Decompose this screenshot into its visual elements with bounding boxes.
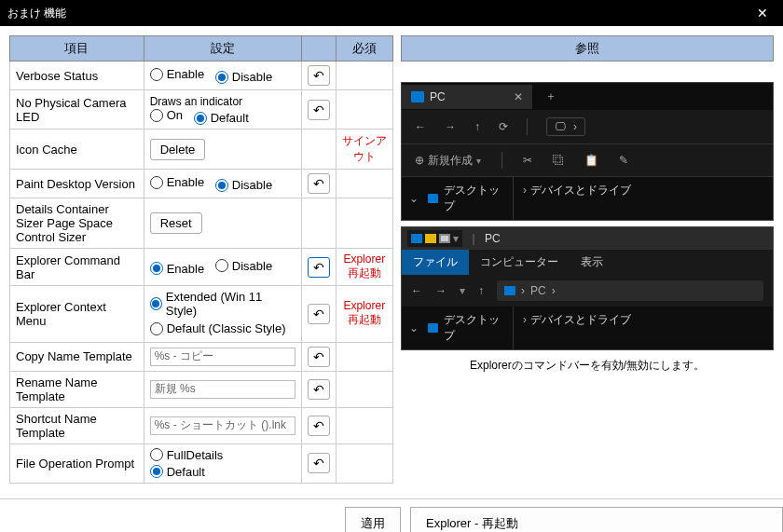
row-ctxmenu-label: Explorer Context Menu [10, 286, 144, 343]
up-icon: ↑ [478, 284, 484, 297]
chevron-down-icon: ▾ [460, 284, 465, 297]
row-renametpl-label: Rename Name Template [10, 371, 144, 407]
window-icon [439, 234, 450, 243]
undo-icon: ↶ [313, 456, 324, 471]
renametpl-undo-button[interactable]: ↶ [308, 379, 330, 400]
verbose-undo-button[interactable]: ↶ [308, 65, 330, 86]
iconcache-delete-button[interactable]: Delete [150, 139, 206, 160]
explorer-preview-classic: ▾ ｜ PC ファイル コンピューター 表示 ← → ▾ ↑ ›PC› ⌄デスク… [401, 226, 774, 350]
paintver-undo-button[interactable]: ↶ [308, 173, 330, 194]
undo-icon: ↶ [313, 68, 324, 83]
col-required: 必須 [336, 36, 392, 61]
cmdbar-required: Explorer 再起動 [336, 249, 392, 286]
copy-icon: ⿻ [553, 154, 564, 167]
fileop-full-radio[interactable]: FullDetails [150, 448, 224, 462]
undo-icon: ↶ [313, 418, 324, 433]
paintver-enable-radio[interactable]: Enable [150, 175, 204, 189]
undo-icon: ↶ [313, 382, 324, 397]
settings-table: 項目 設定 必須 Verbose Status Enable Disable ↶… [9, 35, 393, 484]
shortcuttpl-undo-button[interactable]: ↶ [308, 416, 330, 436]
cmdbar-disable-radio[interactable]: Disable [215, 259, 272, 273]
chevron-right-icon: › [552, 284, 556, 297]
camled-undo-button[interactable]: ↶ [308, 100, 330, 120]
monitor-icon: 🖵 [555, 120, 566, 133]
tab-close-icon: ✕ [514, 90, 523, 103]
row-paintver-label: Paint Desktop Version [10, 170, 144, 198]
paste-icon: 📋 [584, 154, 598, 167]
pc-icon [411, 91, 424, 102]
folder-icon [425, 234, 436, 243]
iconcache-required: サインアウト [336, 130, 392, 170]
new-tab-icon: ＋ [532, 83, 570, 110]
rename-icon: ✎ [619, 154, 628, 167]
address-bar: 🖵› [546, 117, 585, 136]
menu-file: ファイル [402, 250, 469, 275]
ctxmenu-undo-button[interactable]: ↶ [308, 304, 330, 324]
explorer-preview-win11: PC✕ ＋ ← → ↑ ⟳ 🖵› ⊕新規作成▾ ✂ ⿻ 📋 ✎ ⌄デスクトップ … [401, 82, 774, 221]
undo-icon: ↶ [313, 176, 324, 191]
pc-icon [504, 286, 515, 295]
preview-caption: Explorerのコマンドバーを有効/無効にします。 [401, 358, 774, 374]
menu-view: 表示 [570, 250, 614, 275]
row-copytpl-label: Copy Name Template [10, 342, 144, 371]
back-icon: ← [415, 120, 426, 133]
chevron-right-icon: › [521, 284, 525, 297]
chevron-right-icon: › [573, 120, 577, 133]
ctxmenu-extended-radio[interactable]: Extended (Win 11 Style) [150, 290, 288, 318]
row-iconcache-label: Icon Cache [10, 130, 144, 170]
new-button: ⊕新規作成▾ [415, 153, 481, 169]
folder-icon [428, 194, 438, 203]
forward-icon: → [435, 284, 446, 297]
plus-circle-icon: ⊕ [415, 154, 424, 167]
cut-icon: ✂ [523, 154, 532, 167]
back-icon: ← [411, 284, 422, 297]
col-setting: 設定 [144, 36, 301, 61]
renametpl-input[interactable] [150, 380, 295, 399]
verbose-disable-radio[interactable]: Disable [215, 70, 272, 84]
folder-icon [428, 323, 438, 333]
shortcuttpl-input[interactable] [150, 416, 295, 435]
verbose-enable-radio[interactable]: Enable [150, 67, 204, 81]
window-title: おまけ 機能 [7, 6, 749, 21]
camled-default-radio[interactable]: Default [194, 111, 249, 125]
row-camled-label: No Physical Camera LED [10, 90, 144, 130]
close-icon[interactable]: ✕ [749, 6, 776, 20]
row-verbose-label: Verbose Status [10, 61, 144, 90]
menu-computer: コンピューター [469, 250, 570, 275]
col-reference: 参照 [402, 36, 774, 61]
row-details-label: Details Container Sizer Page Space Contr… [10, 198, 144, 249]
copytpl-input[interactable] [150, 348, 295, 366]
chevron-down-icon: ⌄ [409, 321, 419, 334]
undo-icon: ↶ [313, 102, 324, 117]
refresh-icon: ⟳ [499, 120, 508, 133]
chevron-right-icon: › [523, 184, 527, 197]
fileop-default-radio[interactable]: Default [150, 465, 205, 479]
camled-on-radio[interactable]: On [150, 108, 183, 122]
undo-icon: ↶ [313, 349, 324, 364]
ctxmenu-default-radio[interactable]: Default (Classic Style) [150, 321, 286, 335]
explorer-tab: PC✕ [402, 85, 532, 109]
apply-button[interactable]: 適用 [345, 507, 401, 533]
forward-icon: → [445, 120, 456, 133]
chevron-down-icon: ▾ [476, 156, 481, 166]
row-fileop-label: File Operation Prompt [10, 443, 144, 483]
col-item: 項目 [10, 36, 144, 61]
row-shortcuttpl-label: Shortcut Name Template [10, 407, 144, 443]
restart-explorer-button[interactable]: Explorer - 再起動 [410, 507, 783, 533]
titlebar: おまけ 機能 ✕ [0, 0, 783, 26]
undo-icon: ↶ [313, 307, 324, 321]
details-reset-button[interactable]: Reset [150, 212, 202, 234]
fileop-undo-button[interactable]: ↶ [308, 453, 330, 473]
undo-icon: ↶ [313, 260, 324, 275]
chevron-down-icon: ⌄ [409, 192, 419, 205]
ctxmenu-required: Explorer 再起動 [336, 286, 392, 343]
cmdbar-enable-radio[interactable]: Enable [150, 262, 204, 276]
pc-icon [411, 234, 422, 243]
up-icon: ↑ [474, 120, 480, 133]
preview-area: PC✕ ＋ ← → ↑ ⟳ 🖵› ⊕新規作成▾ ✂ ⿻ 📋 ✎ ⌄デスクトップ … [401, 82, 774, 374]
chevron-right-icon: › [523, 313, 527, 326]
copytpl-undo-button[interactable]: ↶ [308, 347, 330, 367]
address-bar: ›PC› [497, 280, 763, 301]
paintver-disable-radio[interactable]: Disable [215, 178, 272, 192]
cmdbar-undo-button[interactable]: ↶ [308, 257, 330, 278]
